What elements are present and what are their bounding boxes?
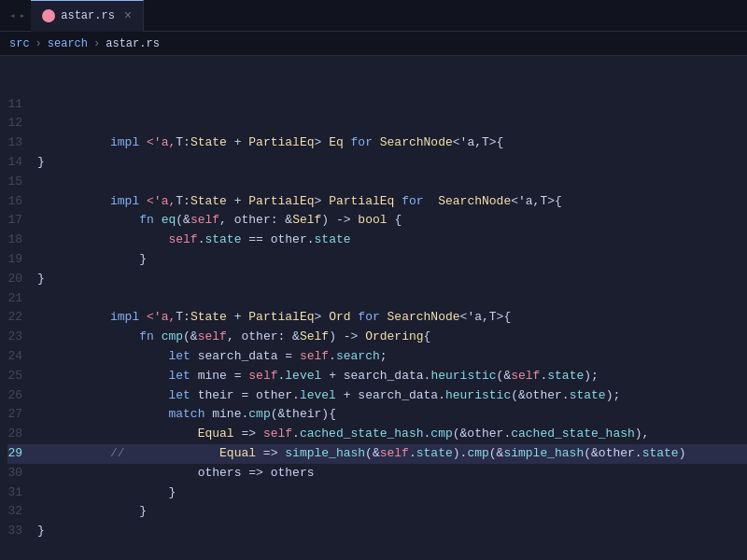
- line-11: 11: [7, 95, 747, 115]
- line-num-25: 25: [7, 367, 37, 386]
- line-33: 33 }: [7, 522, 747, 541]
- line-num-11: 11: [7, 95, 37, 115]
- line-num-33: 33: [7, 522, 37, 541]
- line-13: 13 impl <'a,T:State + PartialEq> Eq for …: [7, 133, 747, 153]
- line-32: 32 }: [7, 502, 747, 522]
- line-num-21: 21: [7, 289, 37, 309]
- nav-back-icon[interactable]: ◂: [9, 9, 16, 21]
- line-num-31: 31: [7, 483, 37, 503]
- code-area: 11 12 13 impl <'a,T:State + PartialEq> E…: [7, 95, 747, 541]
- breadcrumb-sep2: ›: [93, 37, 100, 50]
- breadcrumb-src[interactable]: src: [9, 37, 30, 50]
- line-num-30: 30: [7, 464, 37, 483]
- line-num-14: 14: [7, 153, 37, 173]
- breadcrumb-astar: astar.rs: [106, 37, 160, 50]
- tab-bar: ◂ ▸ astar.rs ×: [0, 0, 747, 32]
- breadcrumb-bar: src › search › astar.rs: [0, 32, 747, 56]
- editor-area: 11 12 13 impl <'a,T:State + PartialEq> E…: [0, 56, 747, 560]
- line-num-28: 28: [7, 425, 37, 444]
- line-num-23: 23: [7, 328, 37, 347]
- code-line-20: }: [37, 270, 747, 289]
- code-content[interactable]: 11 12 13 impl <'a,T:State + PartialEq> E…: [0, 56, 747, 560]
- line-num-15: 15: [7, 173, 37, 192]
- line-num-27: 27: [7, 405, 37, 425]
- line-num-20: 20: [7, 270, 37, 289]
- breadcrumb-search[interactable]: search: [48, 37, 88, 50]
- code-line-14: }: [37, 153, 747, 173]
- rust-file-icon: [42, 9, 55, 22]
- line-num-18: 18: [7, 231, 37, 250]
- file-tab[interactable]: astar.rs ×: [31, 0, 144, 32]
- line-num-19: 19: [7, 250, 37, 270]
- nav-forward-icon[interactable]: ▸: [20, 9, 26, 21]
- line-19: 19 }: [7, 250, 747, 270]
- line-20: 20 }: [7, 270, 747, 289]
- line-num-16: 16: [7, 192, 37, 212]
- line-num-29: 29: [7, 444, 37, 464]
- code-line-33: }: [37, 522, 747, 541]
- line-num-12: 12: [7, 114, 37, 133]
- line-num-32: 32: [7, 502, 37, 522]
- line-num-17: 17: [7, 211, 37, 231]
- line-num-22: 22: [7, 308, 37, 328]
- breadcrumb-sep1: ›: [35, 37, 42, 50]
- tab-label: astar.rs: [61, 9, 115, 22]
- line-num-24: 24: [7, 347, 37, 367]
- line-14: 14 }: [7, 153, 747, 173]
- line-num-13: 13: [7, 133, 37, 153]
- line-num-26: 26: [7, 386, 37, 406]
- tab-close-button[interactable]: ×: [124, 8, 132, 23]
